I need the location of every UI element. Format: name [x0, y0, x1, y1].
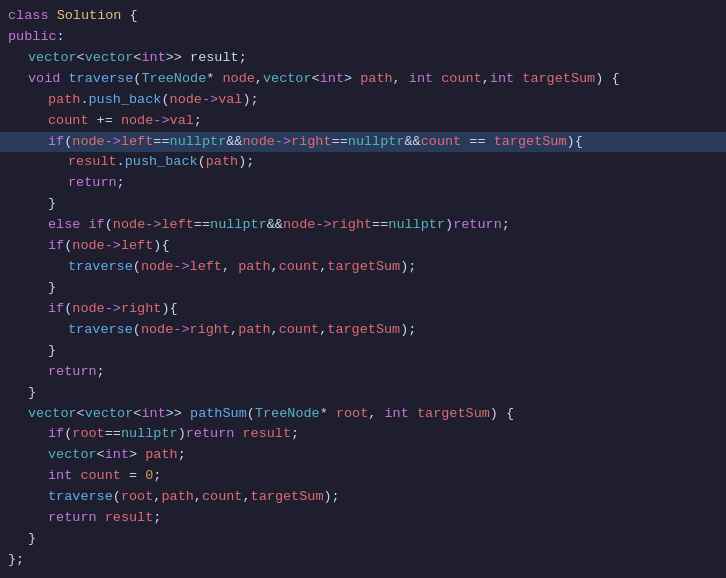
code-editor: class Solution { public: vector<vector<i…	[0, 0, 726, 577]
code-line-13: traverse(node->left, path,count,targetSu…	[0, 257, 726, 278]
code-line-17: }	[0, 341, 726, 362]
code-line-16: traverse(node->right,path,count,targetSu…	[0, 320, 726, 341]
code-line-15: if(node->right){	[0, 299, 726, 320]
code-line-10: }	[0, 194, 726, 215]
code-line-18: return;	[0, 362, 726, 383]
code-line-19: }	[0, 383, 726, 404]
code-line-4: void traverse(TreeNode* node,vector<int>…	[0, 69, 726, 90]
code-line-24: traverse(root,path,count,targetSum);	[0, 487, 726, 508]
code-line-7: if(node->left==nullptr&&node->right==nul…	[0, 132, 726, 153]
code-line-1: class Solution {	[0, 6, 726, 27]
code-line-27: };	[0, 550, 726, 571]
code-line-8: result.push_back(path);	[0, 152, 726, 173]
code-line-22: vector<int> path;	[0, 445, 726, 466]
code-line-5: path.push_back(node->val);	[0, 90, 726, 111]
code-line-23: int count = 0;	[0, 466, 726, 487]
code-line-14: }	[0, 278, 726, 299]
code-line-12: if(node->left){	[0, 236, 726, 257]
code-line-11: else if(node->left==nullptr&&node->right…	[0, 215, 726, 236]
code-line-26: }	[0, 529, 726, 550]
code-line-25: return result;	[0, 508, 726, 529]
code-line-21: if(root==nullptr)return result;	[0, 424, 726, 445]
code-line-3: vector<vector<int>> result;	[0, 48, 726, 69]
code-line-6: count += node->val;	[0, 111, 726, 132]
code-line-2: public:	[0, 27, 726, 48]
code-line-9: return;	[0, 173, 726, 194]
code-line-20: vector<vector<int>> pathSum(TreeNode* ro…	[0, 404, 726, 425]
